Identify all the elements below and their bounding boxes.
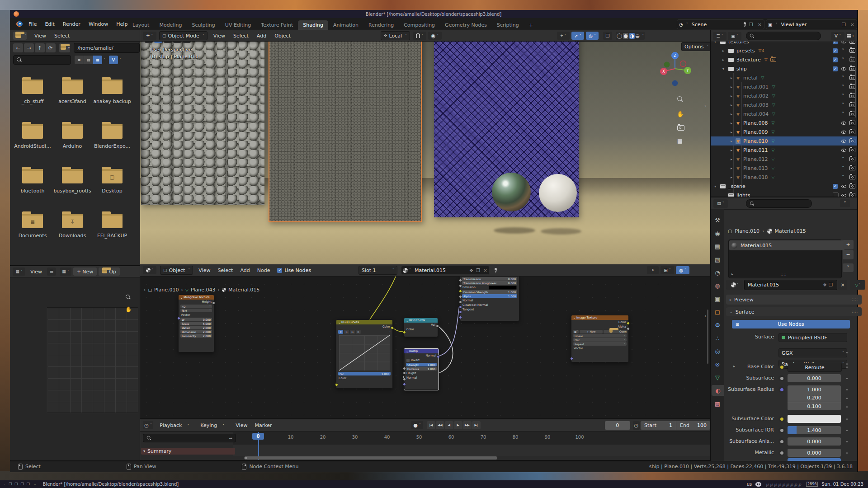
folder-item[interactable]: ↧Downloads bbox=[52, 214, 92, 239]
new-image-button[interactable]: +New bbox=[73, 267, 97, 276]
menu-select[interactable]: Select bbox=[214, 267, 236, 273]
end-frame-field[interactable]: End100 bbox=[676, 421, 710, 430]
keyframe-dot[interactable] bbox=[846, 406, 848, 408]
keyframe-dot[interactable] bbox=[846, 389, 848, 390]
menu-view[interactable]: View bbox=[27, 269, 45, 275]
node-color-row[interactable]: Emission bbox=[460, 285, 519, 290]
distribution-dropdown[interactable]: GGX˅ bbox=[778, 348, 847, 357]
folder-item[interactable]: _cb_stuff bbox=[13, 80, 52, 104]
outliner-row[interactable]: ▸▼Plane.011▽ bbox=[711, 145, 857, 155]
keyframe-dot[interactable] bbox=[846, 418, 848, 420]
use-nodes-checkbox[interactable]: ✓Use Nodes bbox=[277, 267, 311, 273]
keyframe-dot[interactable] bbox=[846, 378, 848, 379]
expand-triangle-icon[interactable]: ▸ bbox=[731, 272, 733, 276]
zoom-control-icon[interactable] bbox=[678, 97, 683, 103]
display-thumbnails-button[interactable]: ▦ bbox=[93, 56, 102, 64]
curve-channel-c[interactable]: C bbox=[338, 330, 343, 334]
node-rgb-to-bw[interactable]: ⌄RGB to BW Val Color bbox=[404, 318, 438, 337]
render-visibility-icon[interactable] bbox=[849, 148, 855, 152]
surface-panel-header[interactable]: ⌄Surface ∷∷ bbox=[726, 307, 862, 316]
menu-select[interactable]: Select bbox=[50, 33, 74, 39]
collapse-arrow-icon[interactable]: ‹ bbox=[704, 313, 706, 319]
collection-checkbox[interactable]: ✓ bbox=[833, 48, 838, 53]
tab-object[interactable]: ▢ bbox=[712, 306, 723, 317]
rendered-shading-icon[interactable]: ◒ bbox=[636, 33, 640, 39]
eye-closed-icon[interactable]: ˅ bbox=[842, 174, 844, 180]
workspace-1-icon[interactable]: ❐ bbox=[9, 482, 12, 486]
tab-physics[interactable]: ◎ bbox=[712, 346, 723, 357]
use-nodes-button[interactable]: ⊞ Use Nodes bbox=[732, 320, 850, 328]
node-param-slider[interactable]: Detail2.000 bbox=[180, 326, 212, 329]
timeline-ruler[interactable] bbox=[233, 432, 710, 445]
outliner-item-label[interactable]: Plane.010 bbox=[743, 138, 768, 144]
folder-item[interactable]: anakey-backup bbox=[92, 80, 132, 104]
menu-view[interactable]: View bbox=[209, 33, 229, 39]
eye-closed-icon[interactable]: ˅ bbox=[842, 75, 844, 81]
outliner-row[interactable]: ▸▼Plane.009▽ bbox=[711, 127, 857, 136]
outliner-item-label[interactable]: Plane.011 bbox=[743, 147, 768, 153]
outliner-scrollbar[interactable] bbox=[855, 68, 856, 117]
expand-arrow-icon[interactable]: ▾ bbox=[722, 67, 727, 71]
shader-editor[interactable]: ›▢ Plane.010 ›▽ Plane.043 › Material.015… bbox=[140, 264, 710, 418]
filter-options-dropdown[interactable]: ˅ bbox=[119, 58, 121, 62]
fake-user-shield-icon[interactable]: ❖ bbox=[822, 282, 828, 287]
folder-item[interactable]: Arduino bbox=[52, 124, 92, 149]
outliner-row[interactable]: ▸▼metal.002▽˅ bbox=[711, 91, 857, 100]
open-image-button[interactable]: Op bbox=[99, 267, 120, 276]
filter-icon-button[interactable]: ∇˅ bbox=[831, 32, 844, 40]
tab-texture[interactable]: ▩ bbox=[712, 398, 723, 409]
invert-checkbox[interactable] bbox=[406, 359, 410, 362]
keyframe-dot[interactable] bbox=[846, 430, 848, 431]
view-layer-selector[interactable]: ▣˅ ViewLayer ❐ × bbox=[766, 19, 857, 29]
folder-item[interactable]: BlenderExpo... bbox=[92, 124, 132, 149]
window-titlebar[interactable]: Blender* [/home/amalie/Desktop/blender/s… bbox=[10, 10, 857, 18]
keyframe-dot[interactable] bbox=[846, 452, 848, 454]
tab-view-layer[interactable]: ▧ bbox=[712, 254, 723, 265]
editor-type-button[interactable]: ✛˅ bbox=[143, 32, 156, 40]
fake-user-shield-icon[interactable]: ❖ bbox=[468, 268, 475, 273]
tab-modeling[interactable]: Modeling bbox=[154, 20, 187, 30]
folder-item[interactable]: bluetooth bbox=[13, 169, 52, 194]
slot-specials-button[interactable]: ˅ bbox=[843, 263, 854, 272]
texture-plane-cobblestone[interactable] bbox=[141, 42, 264, 205]
menu-add[interactable]: Add bbox=[253, 33, 270, 39]
menu-edit[interactable]: Edit bbox=[41, 21, 58, 27]
eye-closed-icon[interactable]: ˅ bbox=[842, 57, 844, 63]
expand-arrow-icon[interactable]: ▸ bbox=[731, 103, 735, 107]
image-browse-icon[interactable]: ▦˅ bbox=[573, 330, 579, 333]
play-reverse-button[interactable]: ◀ bbox=[445, 421, 453, 429]
collection-checkbox[interactable]: ✓ bbox=[833, 57, 838, 62]
menu-add[interactable]: Add bbox=[236, 267, 253, 273]
zoom-control-icon[interactable] bbox=[126, 295, 131, 301]
node-param-slider[interactable]: Strength1.000 bbox=[406, 363, 437, 366]
preview-panel-header[interactable]: ▸Preview ∷∷ bbox=[726, 295, 862, 305]
next-keyframe-button[interactable]: ▶▶ bbox=[463, 421, 472, 429]
expand-arrow-icon[interactable]: ▸ bbox=[731, 139, 735, 143]
menu-window[interactable]: Window bbox=[85, 21, 112, 27]
property-slider[interactable]: 1.400 bbox=[788, 426, 841, 434]
refresh-button[interactable]: ⟳ bbox=[46, 43, 56, 52]
menu-marker[interactable]: Marker bbox=[251, 422, 275, 428]
copy-icon[interactable]: ❐ bbox=[747, 22, 755, 27]
material-preview-icon[interactable]: ◑ bbox=[629, 33, 635, 39]
tab-sculpting[interactable]: Sculpting bbox=[187, 20, 220, 30]
material-name-field[interactable]: Material.015 ❖ ❐ bbox=[744, 280, 837, 290]
outliner-item-label[interactable]: 3dtexture bbox=[736, 57, 761, 63]
outliner-item-label[interactable]: lights bbox=[736, 192, 750, 197]
workspace-dot-icon[interactable]: · bbox=[4, 482, 5, 487]
outliner-search-input[interactable] bbox=[746, 32, 821, 40]
gizmos-toggle-icon[interactable]: ➚˅ bbox=[571, 32, 584, 40]
outliner-item-label[interactable]: metal bbox=[743, 75, 758, 81]
curve-channel-b[interactable]: B bbox=[356, 330, 361, 334]
search-input[interactable] bbox=[13, 55, 71, 65]
material-browse-button[interactable]: ˅ bbox=[726, 280, 743, 290]
grid-snap-icon[interactable]: ⊞˅ bbox=[660, 266, 674, 274]
menu-view[interactable]: View bbox=[232, 422, 251, 428]
outliner-row[interactable]: ▸▼Plane.008▽ bbox=[711, 118, 857, 127]
outliner-item-label[interactable]: metal.001 bbox=[743, 84, 769, 90]
properties-search-input[interactable] bbox=[746, 199, 812, 208]
editor-type-button[interactable]: ◷˅ bbox=[143, 421, 153, 429]
outliner-row[interactable]: ▸▼metal▽˅ bbox=[711, 73, 857, 82]
filter-toggle-button[interactable]: ∇ bbox=[109, 56, 118, 64]
workspace-2-icon[interactable]: ❒ bbox=[14, 482, 18, 486]
